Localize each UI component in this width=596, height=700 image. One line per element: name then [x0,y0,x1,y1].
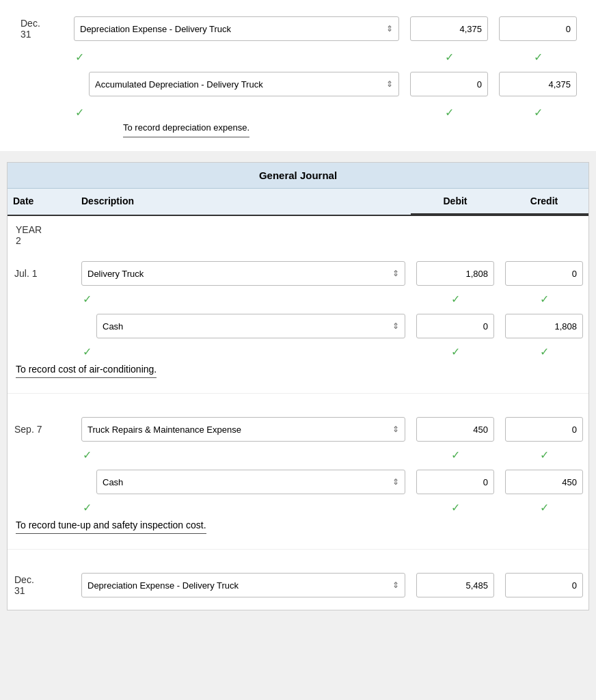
entry-jul1-credit2-cell: 1,808 [500,311,588,341]
entry-jul1-credit1-cell: 0 [500,258,588,288]
top-checkmark-row-1: ✓ ✓ ✓ [14,49,582,66]
top-entry-row-2: Accumulated Depreciation - Delivery Truc… [14,66,582,102]
entry-sep7-check-debit2: ✓ [411,501,500,514]
entry-dec31: Dec. 31 Depreciation Expense - Delivery … [8,561,588,610]
entry-sep7-check-desc1: ✓ [76,448,411,461]
top-checkmark-row-2: ✓ ✓ ✓ [14,105,582,122]
top-credit-2: 4,375 [493,69,582,99]
entry-sep7-credit2[interactable]: 450 [505,470,583,494]
entry-jul1-account1: Delivery Truck [87,269,144,279]
top-entry-row-1: Dec. 31 Depreciation Expense - Delivery … [14,11,582,46]
top-date: Dec. 31 [14,14,68,44]
entry-dec31-date: Dec. 31 [8,570,76,600]
entry-sep7-select2[interactable]: Cash ⇕ [96,470,405,494]
top-memo-area: To record depreciation expense. [68,122,582,137]
top-debit-2: 0 [405,69,493,99]
entry-sep7-select1[interactable]: Truck Repairs & Maintenance Expense ⇕ [81,417,405,442]
col-credit: Credit [500,189,588,215]
entry-jul1-select1[interactable]: Delivery Truck ⇕ [81,261,405,286]
top-account-select-2[interactable]: Accumulated Depreciation - Delivery Truc… [89,72,399,96]
entry-jul1-desc2: Cash ⇕ [76,311,411,341]
entry-dec31-select1[interactable]: Depreciation Expense - Delivery Truck ⇕ [81,573,405,597]
entry-jul1-check-debit1: ✓ [411,293,500,306]
top-desc-1: Depreciation Expense - Delivery Truck ⇕ [68,14,405,44]
top-check-desc-1: ✓ [68,51,405,64]
entry-dec31-account1: Depreciation Expense - Delivery Truck [87,580,239,591]
journal-container: General Journal Date Description Debit C… [7,162,589,610]
col-date: Date [8,189,76,215]
col-description: Description [76,189,411,215]
page-wrapper: Dec. 31 Depreciation Expense - Delivery … [0,0,596,610]
entry-sep7-credit1[interactable]: 0 [505,417,583,442]
spacer-1 [8,394,588,405]
top-memo-text: To record depreciation expense. [123,122,249,137]
entry-jul1-credit2[interactable]: 1,808 [505,314,583,338]
entry-sep7-desc1: Truck Repairs & Maintenance Expense ⇕ [76,414,411,444]
entry-sep7-check1: ✓ ✓ ✓ [8,447,588,464]
journal-title: General Journal [8,163,588,189]
entry-sep7-memo: To record tune-up and safety inspection … [16,520,206,534]
top-check-debit-2: ✓ [405,106,493,119]
top-debit-input-2[interactable]: 0 [410,72,488,96]
top-spinner-2: ⇕ [386,79,393,89]
entry-sep7-row1: Sep. 7 Truck Repairs & Maintenance Expen… [8,412,588,447]
entry-sep7-memo-area: To record tune-up and safety inspection … [16,520,580,539]
top-account-label-2: Accumulated Depreciation - Delivery Truc… [95,79,263,90]
entry-jul1-memo: To record cost of air-conditioning. [16,364,157,378]
entry-dec31-debit1-cell: 5,485 [411,570,500,600]
entry-sep7: Sep. 7 Truck Repairs & Maintenance Expen… [8,405,588,550]
entry-sep7-account2: Cash [103,477,123,487]
entry-jul1-spinner1: ⇕ [392,269,399,278]
entry-jul1-select2[interactable]: Cash ⇕ [96,314,405,338]
entry-sep7-desc2: Cash ⇕ [76,467,411,497]
entry-sep7-check-credit1: ✓ [500,448,588,461]
top-check-desc-2: ✓ [68,106,405,119]
entry-jul1-debit1-cell: 1,808 [411,258,500,288]
entry-jul1-debit2-cell: 0 [411,311,500,341]
entry-dec31-debit1[interactable]: 5,485 [416,573,494,597]
journal-col-headers: Date Description Debit Credit [8,189,588,216]
top-account-label-1: Depreciation Expense - Delivery Truck [80,24,231,34]
top-account-select-1[interactable]: Depreciation Expense - Delivery Truck ⇕ [74,16,399,41]
entry-sep7-spinner1: ⇕ [392,425,399,434]
entry-jul1-credit1[interactable]: 0 [505,261,583,286]
top-credit-input-1[interactable]: 0 [499,16,577,41]
entry-sep7-debit1-cell: 450 [411,414,500,444]
entry-sep7-account1: Truck Repairs & Maintenance Expense [87,425,241,435]
entry-sep7-debit1[interactable]: 450 [416,417,494,442]
top-debit-1: 4,375 [405,14,493,44]
entry-jul1-date: Jul. 1 [8,264,76,283]
entry-sep7-check-debit1: ✓ [411,448,500,461]
entry-jul1-debit1[interactable]: 1,808 [416,261,494,286]
entry-sep7-date: Sep. 7 [8,420,76,439]
entry-dec31-credit1-cell: 0 [500,570,588,600]
top-section: Dec. 31 Depreciation Expense - Delivery … [0,0,596,151]
entry-jul1-row1: Jul. 1 Delivery Truck ⇕ 1,808 0 [8,256,588,291]
entry-jul1-check-desc1: ✓ [76,293,411,306]
entry-jul1-desc1: Delivery Truck ⇕ [76,258,411,288]
entry-sep7-debit2-cell: 0 [411,467,500,497]
entry-jul1-check2: ✓ ✓ ✓ [8,344,588,361]
entry-jul1-check-debit2: ✓ [411,345,500,358]
entry-jul1-debit2[interactable]: 0 [416,314,494,338]
entry-sep7-row2: Cash ⇕ 0 450 [8,464,588,500]
top-check-credit-1: ✓ [493,51,582,64]
entry-dec31-credit1[interactable]: 0 [505,573,583,597]
entry-sep7-check-credit2: ✓ [500,501,588,514]
year-label: YEAR 2 [8,216,588,249]
entry-sep7-debit2[interactable]: 0 [416,470,494,494]
entry-dec31-row1: Dec. 31 Depreciation Expense - Delivery … [8,567,588,603]
top-desc-2: Accumulated Depreciation - Delivery Truc… [68,69,405,99]
entry-jul1-check-credit1: ✓ [500,293,588,306]
top-spinner-1: ⇕ [386,24,393,33]
entry-jul1-check1: ✓ ✓ ✓ [8,291,588,308]
top-check-debit-1: ✓ [405,51,493,64]
entry-dec31-spinner1: ⇕ [392,580,399,590]
entry-sep7-check2: ✓ ✓ ✓ [8,500,588,517]
entry-jul1-spinner2: ⇕ [392,321,399,331]
top-debit-input-1[interactable]: 4,375 [410,16,488,41]
entry-sep7-credit1-cell: 0 [500,414,588,444]
entry-jul1-account2: Cash [103,321,123,332]
entry-jul1-check-desc2: ✓ [76,345,411,358]
top-credit-input-2[interactable]: 4,375 [499,72,577,96]
